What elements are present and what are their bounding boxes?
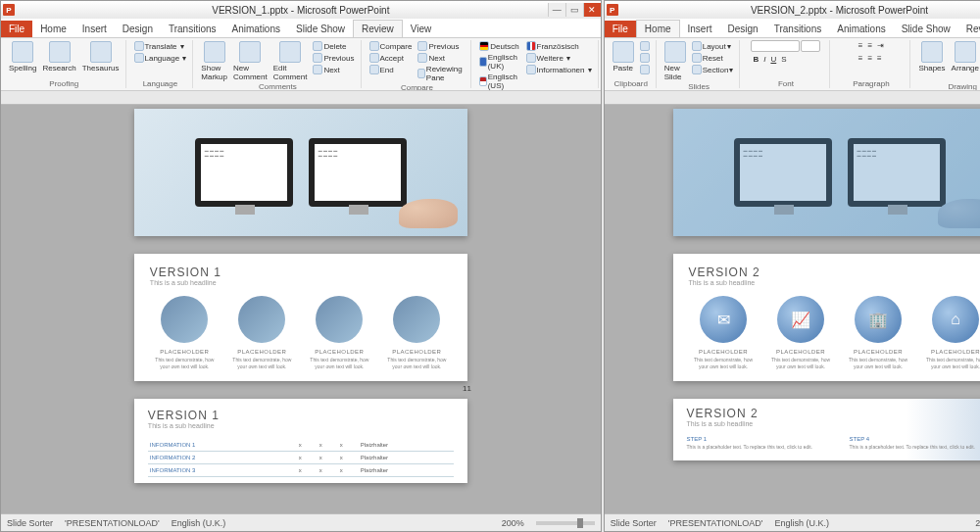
tab-file[interactable]: File bbox=[605, 21, 636, 37]
powerpoint-window-right: P VERSION_2.pptx - Microsoft PowerPoint … bbox=[604, 0, 980, 532]
numbering-button[interactable]: ≡ bbox=[865, 40, 874, 51]
tab-view[interactable]: View bbox=[403, 21, 440, 37]
status-lang[interactable]: English (U.K.) bbox=[774, 518, 829, 528]
accept-button[interactable]: Accept bbox=[368, 52, 415, 64]
arrange-button[interactable]: Arrange bbox=[950, 40, 980, 73]
statusbar: Slide Sorter 'PRESENTATIONLOAD' English … bbox=[605, 513, 980, 531]
lang-en-us-button[interactable]: Englisch (US) bbox=[477, 72, 521, 91]
step-col-2: STEP 4 This is a placeholder text. To re… bbox=[850, 436, 980, 451]
paste-button[interactable]: Paste bbox=[611, 40, 636, 73]
bold-button[interactable]: B bbox=[751, 54, 760, 65]
table-row: INFORMATION 2xxxPlatzhalter bbox=[148, 452, 454, 464]
minimize-button[interactable]: — bbox=[548, 3, 565, 17]
format-painter-button[interactable] bbox=[638, 64, 652, 75]
slide-subtitle: This is a sub headline bbox=[148, 422, 454, 429]
ribbon-group-clipboard: Paste Clipboard bbox=[607, 40, 657, 88]
slide-subtitle: This is a sub headline bbox=[689, 279, 980, 286]
new-comment-button[interactable]: New Comment bbox=[231, 40, 270, 82]
content-col-3: 🏢PLACEHOLDERThis text demonstrate, how y… bbox=[844, 296, 913, 369]
underline-button[interactable]: U bbox=[768, 54, 778, 65]
status-view[interactable]: Slide Sorter bbox=[611, 518, 657, 528]
tab-design[interactable]: Design bbox=[720, 21, 766, 37]
slide-hero[interactable]: ▬ ▬ ▬ ▬▬ ▬ ▬ ▬ ▬ ▬ ▬ ▬▬ ▬ ▬ ▬ 10 bbox=[134, 109, 467, 236]
status-view[interactable]: Slide Sorter bbox=[7, 518, 53, 528]
prev-comment-button[interactable]: Previous bbox=[311, 52, 356, 64]
thesaurus-button[interactable]: Thesaurus bbox=[80, 40, 122, 73]
align-right-button[interactable]: ≡ bbox=[875, 53, 884, 64]
section-button[interactable]: Section▾ bbox=[690, 64, 736, 75]
table-row: INFORMATION 3xxxPlatzhalter bbox=[148, 464, 454, 477]
zoom-slider[interactable] bbox=[536, 521, 595, 525]
layout-button[interactable]: Layout▾ bbox=[690, 40, 736, 52]
tab-transitions[interactable]: Transitions bbox=[161, 21, 224, 37]
reset-button[interactable]: Reset bbox=[690, 52, 736, 64]
lang-info-button[interactable]: Informationen ▾ bbox=[524, 64, 594, 75]
bullets-button[interactable]: ≡ bbox=[857, 40, 865, 51]
slide-title: VERSION 2 bbox=[689, 266, 980, 279]
spelling-button[interactable]: Spelling bbox=[7, 40, 38, 73]
maximize-button[interactable]: ▭ bbox=[565, 3, 583, 17]
research-button[interactable]: Research bbox=[40, 40, 77, 73]
compare-next-button[interactable]: Next bbox=[416, 52, 466, 64]
slide-canvas[interactable]: ▬ ▬ ▬ ▬▬ ▬ ▬ ▬ ▬ ▬ ▬ ▬▬ ▬ ▬ ▬ 1 VERSION … bbox=[605, 105, 980, 513]
tab-home[interactable]: Home bbox=[636, 20, 680, 37]
lang-more-button[interactable]: Weitere ▾ bbox=[524, 52, 594, 64]
italic-button[interactable]: I bbox=[761, 54, 767, 65]
lang-fr-button[interactable]: Französisch bbox=[524, 40, 594, 52]
content-col-1: PLACEHOLDERThis text demonstrate, how yo… bbox=[150, 296, 220, 369]
language-button[interactable]: Language ▾ bbox=[132, 52, 189, 64]
copy-button[interactable] bbox=[638, 52, 652, 64]
tab-animations[interactable]: Animations bbox=[829, 21, 893, 37]
ribbon-group-proofing: Spelling Research Thesaurus Proofing bbox=[3, 40, 126, 88]
tab-insert[interactable]: Insert bbox=[74, 21, 115, 37]
indent-button[interactable]: ⇥ bbox=[875, 40, 886, 51]
lang-en-uk-button[interactable]: Englisch (UK) bbox=[477, 52, 521, 72]
ribbon-group-paragraph: ≡ ≡ ⇥ ≡ ≡ ≡ Paragraph bbox=[832, 40, 910, 88]
tab-animations[interactable]: Animations bbox=[224, 21, 288, 37]
align-center-button[interactable]: ≡ bbox=[865, 53, 874, 64]
slide-canvas[interactable]: ▬ ▬ ▬ ▬▬ ▬ ▬ ▬ ▬ ▬ ▬ ▬▬ ▬ ▬ ▬ 10 VERSION… bbox=[1, 105, 601, 513]
next-comment-button[interactable]: Next bbox=[311, 64, 356, 75]
new-slide-button[interactable]: New Slide bbox=[662, 40, 688, 82]
tab-design[interactable]: Design bbox=[115, 21, 161, 37]
translate-button[interactable]: Translate ▾ bbox=[132, 40, 189, 52]
delete-comment-button[interactable]: Delete bbox=[311, 40, 356, 52]
tab-review[interactable]: Review bbox=[353, 20, 403, 37]
edit-comment-button[interactable]: Edit Comment bbox=[271, 40, 310, 82]
slide-steps[interactable]: VERSION 2 This is a sub headline STEP 1 … bbox=[673, 399, 980, 460]
tab-insert[interactable]: Insert bbox=[680, 21, 720, 37]
zoom-level[interactable]: 200% bbox=[502, 518, 524, 528]
status-lang[interactable]: English (U.K.) bbox=[172, 518, 226, 528]
compare-prev-button[interactable]: Previous bbox=[416, 40, 466, 52]
slide-content[interactable]: VERSION 2 This is a sub headline ✉PLACEH… bbox=[673, 254, 980, 381]
tab-slideshow[interactable]: Slide Show bbox=[288, 21, 353, 37]
zoom-level[interactable]: 200% bbox=[975, 518, 980, 528]
slide-title: VERSION 1 bbox=[150, 266, 452, 279]
cut-button[interactable] bbox=[638, 40, 652, 52]
shapes-button[interactable]: Shapes bbox=[916, 40, 947, 73]
tab-review[interactable]: Review bbox=[958, 21, 980, 37]
tab-home[interactable]: Home bbox=[32, 21, 74, 37]
slide-hero[interactable]: ▬ ▬ ▬ ▬▬ ▬ ▬ ▬ ▬ ▬ ▬ ▬▬ ▬ ▬ ▬ 1 bbox=[673, 109, 980, 236]
ribbon-group-compare: Compare Accept End Previous Next Reviewi… bbox=[364, 40, 472, 88]
tab-transitions[interactable]: Transitions bbox=[766, 21, 830, 37]
status-theme: 'PRESENTATIONLOAD' bbox=[65, 518, 160, 528]
reviewing-pane-button[interactable]: Reviewing Pane bbox=[416, 64, 466, 83]
content-col-4: PLACEHOLDERThis text demonstrate, how yo… bbox=[382, 296, 452, 369]
end-compare-button[interactable]: End bbox=[368, 64, 415, 75]
slide-table[interactable]: VERSION 1 This is a sub headline INFORMA… bbox=[134, 399, 467, 483]
photo-circle-icon bbox=[316, 296, 363, 343]
slide-content[interactable]: VERSION 1 This is a sub headline PLACEHO… bbox=[134, 254, 467, 381]
ribbon-group-sprachen: Deutsch Englisch (UK) Englisch (US) Fran… bbox=[473, 40, 598, 88]
align-left-button[interactable]: ≡ bbox=[857, 53, 865, 64]
compare-button[interactable]: Compare bbox=[368, 40, 415, 52]
show-markup-button[interactable]: Show Markup bbox=[199, 40, 229, 82]
ribbon: Spelling Research Thesaurus Proofing Tra… bbox=[1, 38, 601, 91]
strike-button[interactable]: S bbox=[779, 54, 788, 65]
titlebar: P VERSION_2.pptx - Microsoft PowerPoint … bbox=[605, 1, 980, 19]
close-button[interactable]: ✕ bbox=[583, 3, 601, 17]
lang-de-button[interactable]: Deutsch bbox=[477, 40, 521, 52]
tab-slideshow[interactable]: Slide Show bbox=[894, 21, 958, 37]
tab-file[interactable]: File bbox=[1, 21, 32, 37]
status-theme: 'PRESENTATIONLOAD' bbox=[668, 518, 763, 528]
